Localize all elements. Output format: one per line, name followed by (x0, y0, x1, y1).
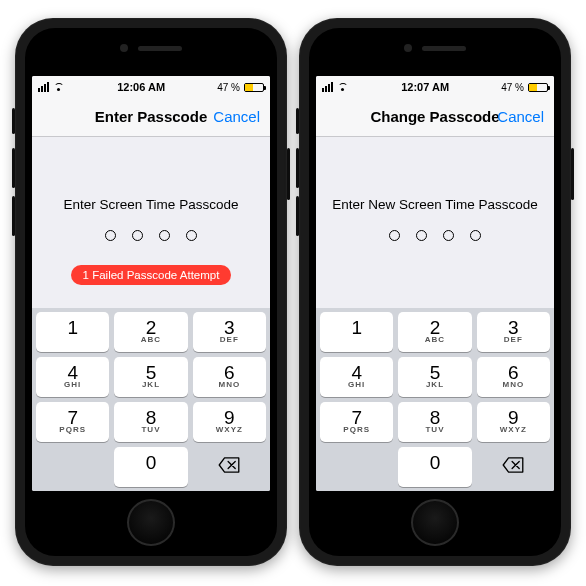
status-time: 12:06 AM (117, 81, 165, 93)
cancel-button[interactable]: Cancel (497, 108, 544, 125)
wifi-icon (337, 83, 349, 92)
passcode-dot (389, 230, 400, 241)
content-area: Enter New Screen Time Passcode (316, 137, 554, 308)
passcode-dot (416, 230, 427, 241)
passcode-dots (389, 230, 481, 241)
key-3[interactable]: 3DEF (193, 312, 266, 352)
screen: 12:07 AM 47 % Change Passcode Cancel Ent… (316, 76, 554, 491)
nav-title: Change Passcode (370, 108, 499, 125)
backspace-icon (218, 457, 240, 476)
passcode-prompt: Enter Screen Time Passcode (64, 197, 239, 212)
passcode-dot (186, 230, 197, 241)
key-1[interactable]: 1 (320, 312, 393, 352)
battery-percent: 47 % (501, 82, 524, 93)
key-4[interactable]: 4GHI (36, 357, 109, 397)
key-3[interactable]: 3DEF (477, 312, 550, 352)
status-time: 12:07 AM (401, 81, 449, 93)
key-0[interactable]: 0 (114, 447, 187, 487)
nav-title: Enter Passcode (95, 108, 208, 125)
battery-percent: 47 % (217, 82, 240, 93)
key-8[interactable]: 8TUV (114, 402, 187, 442)
battery-icon (528, 83, 548, 92)
signal-icon (38, 82, 49, 92)
cancel-button[interactable]: Cancel (213, 108, 260, 125)
key-6[interactable]: 6MNO (477, 357, 550, 397)
content-area: Enter Screen Time Passcode 1 Failed Pass… (32, 137, 270, 308)
key-0[interactable]: 0 (398, 447, 471, 487)
passcode-dot (105, 230, 116, 241)
key-2[interactable]: 2ABC (398, 312, 471, 352)
failed-attempt-badge: 1 Failed Passcode Attempt (71, 265, 232, 285)
key-9[interactable]: 9WXYZ (477, 402, 550, 442)
key-empty (320, 447, 393, 487)
key-4[interactable]: 4GHI (320, 357, 393, 397)
battery-icon (244, 83, 264, 92)
status-bar: 12:07 AM 47 % (316, 76, 554, 96)
delete-button[interactable] (477, 447, 550, 487)
delete-button[interactable] (193, 447, 266, 487)
key-6[interactable]: 6MNO (193, 357, 266, 397)
key-8[interactable]: 8TUV (398, 402, 471, 442)
passcode-dot (132, 230, 143, 241)
passcode-dot (159, 230, 170, 241)
passcode-dot (443, 230, 454, 241)
nav-bar: Change Passcode Cancel (316, 96, 554, 137)
phone-frame: 12:07 AM 47 % Change Passcode Cancel Ent… (299, 18, 571, 566)
screen: 12:06 AM 47 % Enter Passcode Cancel Ente… (32, 76, 270, 491)
wifi-icon (53, 83, 65, 92)
passcode-dot (470, 230, 481, 241)
status-bar: 12:06 AM 47 % (32, 76, 270, 96)
home-button[interactable] (411, 499, 459, 546)
key-5[interactable]: 5JKL (398, 357, 471, 397)
key-2[interactable]: 2ABC (114, 312, 187, 352)
backspace-icon (502, 457, 524, 476)
key-1[interactable]: 1 (36, 312, 109, 352)
numeric-keypad: 1 2ABC 3DEF 4GHI 5JKL 6MNO 7PQRS 8TUV 9W… (32, 308, 270, 491)
key-9[interactable]: 9WXYZ (193, 402, 266, 442)
phone-frame: 12:06 AM 47 % Enter Passcode Cancel Ente… (15, 18, 287, 566)
home-button[interactable] (127, 499, 175, 546)
key-5[interactable]: 5JKL (114, 357, 187, 397)
key-7[interactable]: 7PQRS (320, 402, 393, 442)
key-7[interactable]: 7PQRS (36, 402, 109, 442)
signal-icon (322, 82, 333, 92)
nav-bar: Enter Passcode Cancel (32, 96, 270, 137)
numeric-keypad: 1 2ABC 3DEF 4GHI 5JKL 6MNO 7PQRS 8TUV 9W… (316, 308, 554, 491)
passcode-prompt: Enter New Screen Time Passcode (332, 197, 538, 212)
key-empty (36, 447, 109, 487)
passcode-dots (105, 230, 197, 241)
